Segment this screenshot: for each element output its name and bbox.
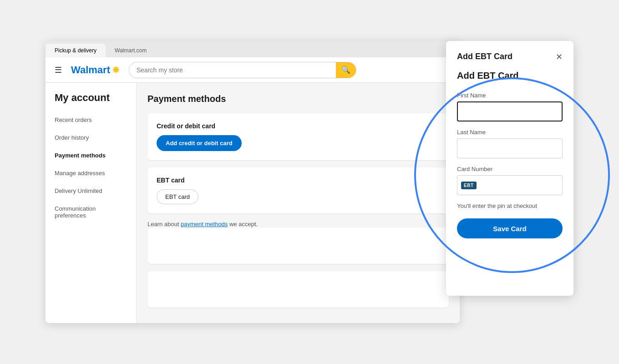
tab-walmart[interactable]: Walmart.com: [106, 44, 156, 57]
first-name-input[interactable]: [457, 101, 563, 121]
payment-title: Payment methods: [147, 94, 449, 104]
sidebar-item-manage-addresses[interactable]: Manage addresses: [46, 164, 136, 182]
ebt-section-label: EBT card: [157, 177, 440, 184]
card-number-label: Card Number: [457, 166, 563, 172]
search-bar: 🔍: [129, 62, 356, 78]
last-name-input[interactable]: [457, 138, 563, 158]
ebt-card-button[interactable]: EBT card: [157, 189, 198, 204]
empty-section-1: [147, 228, 449, 264]
search-button[interactable]: 🔍: [336, 62, 356, 78]
modal-header: Add EBT Card ✕: [457, 52, 563, 61]
payment-content: Payment methods Credit or debit card Add…: [137, 83, 460, 323]
pin-note: You'll enter the pin at checkout: [457, 202, 563, 209]
sidebar-title: My account: [46, 92, 136, 111]
walmart-header: ☰ Walmart✸ 🔍: [46, 57, 460, 83]
sidebar-item-order-history[interactable]: Order history: [46, 129, 136, 147]
first-name-field: First Name: [457, 92, 563, 121]
learn-text: Learn about payment methods we accept.: [147, 221, 449, 228]
save-card-button[interactable]: Save Card: [457, 218, 563, 238]
sidebar-item-recent-orders[interactable]: Recent orders: [46, 111, 136, 129]
tab-pickup-delivery[interactable]: Pickup & delivery: [46, 44, 106, 57]
last-name-field: Last Name: [457, 129, 563, 158]
card-number-field: Card Number EBT: [457, 166, 563, 195]
payment-methods-link[interactable]: payment methods: [181, 221, 228, 228]
card-number-input-wrapper[interactable]: EBT: [457, 175, 563, 195]
add-credit-card-button[interactable]: Add credit or debit card: [157, 135, 242, 151]
sidebar-item-communication-prefs[interactable]: Communication preferences: [46, 200, 136, 224]
add-ebt-modal: Add EBT Card ✕ Add EBT Card First Name L…: [446, 41, 573, 296]
walmart-logo: Walmart✸: [71, 64, 120, 76]
main-content: My account Recent orders Order history P…: [46, 83, 460, 323]
close-button[interactable]: ✕: [556, 53, 563, 61]
sidebar: My account Recent orders Order history P…: [46, 83, 137, 323]
first-name-label: First Name: [457, 92, 563, 99]
last-name-label: Last Name: [457, 129, 563, 136]
modal-header-title: Add EBT Card: [457, 52, 512, 61]
hamburger-icon[interactable]: ☰: [55, 65, 62, 75]
browser-tabs: Pickup & delivery Walmart.com: [46, 41, 460, 57]
ebt-badge: EBT: [461, 182, 477, 189]
empty-section-2: [147, 271, 449, 308]
sidebar-item-delivery-unlimited[interactable]: Delivery Unlimited: [46, 182, 136, 200]
search-input[interactable]: [129, 66, 336, 74]
credit-card-section: Credit or debit card Add credit or debit…: [147, 113, 449, 160]
modal-form-title: Add EBT Card: [457, 71, 563, 81]
spark-icon: ✸: [112, 65, 120, 76]
ebt-card-section: EBT card EBT card: [147, 167, 449, 213]
browser-window: Pickup & delivery Walmart.com ☰ Walmart✸…: [46, 41, 460, 323]
sidebar-item-payment-methods[interactable]: Payment methods: [46, 147, 136, 164]
credit-section-label: Credit or debit card: [157, 122, 440, 130]
